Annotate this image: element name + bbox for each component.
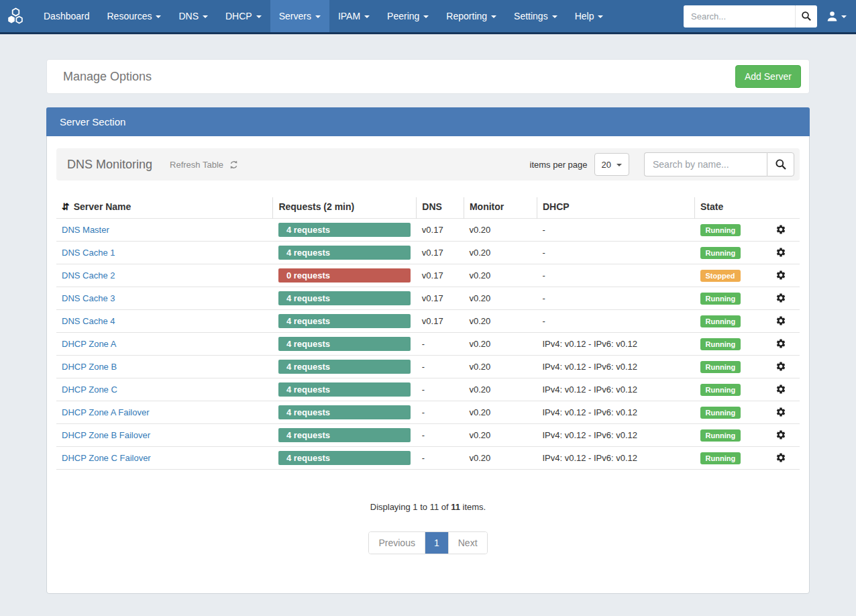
gear-icon bbox=[775, 384, 786, 395]
table-row: DHCP Zone A4 requests-v0.20IPv4: v0.12 -… bbox=[56, 333, 800, 356]
section-header: Server Section bbox=[46, 107, 810, 136]
table-row: DHCP Zone A Failover4 requests-v0.20IPv4… bbox=[56, 401, 800, 424]
server-name-link[interactable]: DHCP Zone B bbox=[62, 362, 117, 372]
settings-gear-button[interactable] bbox=[774, 451, 788, 464]
requests-bar: 4 requests bbox=[278, 382, 411, 397]
state-badge: Running bbox=[700, 429, 741, 442]
settings-gear-button[interactable] bbox=[774, 382, 788, 396]
chevron-down-icon bbox=[552, 15, 557, 18]
server-name-link[interactable]: DHCP Zone C bbox=[62, 384, 117, 395]
dns-version: v0.17 bbox=[417, 242, 464, 264]
server-name-link[interactable]: DNS Cache 4 bbox=[62, 316, 115, 326]
server-name-link[interactable]: DNS Cache 2 bbox=[62, 270, 115, 280]
gear-icon bbox=[775, 361, 786, 372]
dhcp-versions: IPv4: v0.12 - IPv6: v0.12 bbox=[537, 356, 694, 378]
dns-version: v0.17 bbox=[417, 287, 464, 310]
monitor-version: v0.20 bbox=[464, 242, 537, 264]
dns-version: - bbox=[417, 447, 464, 470]
pagination: Previous 1 Next bbox=[368, 531, 487, 554]
column-header-server-name[interactable]: ⇵Server Name bbox=[56, 197, 273, 219]
server-name-link[interactable]: DNS Master bbox=[62, 225, 109, 235]
items-per-page-label: items per page bbox=[530, 160, 588, 170]
pagination-previous[interactable]: Previous bbox=[369, 532, 424, 554]
state-badge: Running bbox=[700, 247, 741, 259]
search-icon bbox=[775, 158, 787, 170]
table-row: DHCP Zone B Failover4 requests-v0.20IPv4… bbox=[56, 424, 800, 447]
section-body: DNS Monitoring Refresh Table items per p… bbox=[47, 136, 809, 593]
refresh-table-link[interactable]: Refresh Table bbox=[170, 160, 239, 170]
dhcp-versions: IPv4: v0.12 - IPv6: v0.12 bbox=[537, 401, 694, 424]
nav-item-reporting[interactable]: Reporting bbox=[437, 0, 505, 32]
requests-bar: 4 requests bbox=[278, 405, 411, 419]
state-badge: Running bbox=[700, 224, 741, 236]
user-menu[interactable] bbox=[826, 11, 847, 22]
settings-gear-button[interactable] bbox=[774, 337, 788, 350]
dns-version: v0.17 bbox=[417, 219, 464, 242]
server-name-link[interactable]: DHCP Zone C Failover bbox=[62, 453, 151, 463]
server-name-link[interactable]: DHCP Zone A Failover bbox=[62, 407, 150, 417]
pagination-wrap: Previous 1 Next bbox=[56, 531, 800, 554]
nav-item-servers[interactable]: Servers bbox=[270, 0, 329, 32]
nav-item-peering[interactable]: Peering bbox=[378, 0, 437, 32]
gear-icon bbox=[775, 407, 786, 417]
search-icon bbox=[801, 11, 812, 21]
nav-item-dashboard[interactable]: Dashboard bbox=[35, 0, 99, 32]
table-search-input[interactable] bbox=[644, 152, 767, 176]
summary-prefix: Displaying 1 to 11 of bbox=[370, 502, 451, 512]
items-per-page-select[interactable]: 20 bbox=[594, 153, 629, 176]
dhcp-versions: - bbox=[537, 310, 694, 333]
table-row: DNS Cache 14 requestsv0.17v0.20-Running bbox=[56, 242, 800, 264]
gear-icon bbox=[775, 247, 786, 258]
server-name-link[interactable]: DHCP Zone B Failover bbox=[62, 430, 150, 440]
dns-version: v0.17 bbox=[417, 310, 464, 333]
summary-suffix: items. bbox=[460, 502, 486, 512]
settings-gear-button[interactable] bbox=[774, 360, 788, 373]
navbar-search-button[interactable] bbox=[795, 5, 817, 28]
monitor-version: v0.20 bbox=[464, 401, 537, 424]
nav-item-dns[interactable]: DNS bbox=[170, 0, 217, 32]
server-name-link[interactable]: DNS Cache 1 bbox=[62, 248, 115, 258]
state-badge: Running bbox=[700, 293, 741, 305]
nav-item-ipam[interactable]: IPAM bbox=[329, 0, 378, 32]
dhcp-versions: IPv4: v0.12 - IPv6: v0.12 bbox=[537, 333, 694, 356]
items-per-page-value: 20 bbox=[602, 160, 611, 170]
monitor-version: v0.20 bbox=[464, 264, 537, 287]
settings-gear-button[interactable] bbox=[774, 246, 788, 259]
chevron-down-icon bbox=[423, 15, 429, 18]
pagination-next[interactable]: Next bbox=[448, 532, 487, 554]
nav-item-settings[interactable]: Settings bbox=[505, 0, 566, 32]
state-badge: Stopped bbox=[700, 270, 741, 282]
pagination-page-1[interactable]: 1 bbox=[425, 532, 448, 554]
state-badge: Running bbox=[700, 384, 741, 396]
navbar-search-input[interactable] bbox=[684, 5, 795, 28]
requests-bar: 4 requests bbox=[278, 291, 411, 305]
server-name-link[interactable]: DNS Cache 3 bbox=[62, 293, 115, 303]
nav-item-help[interactable]: Help bbox=[566, 0, 612, 32]
settings-gear-button[interactable] bbox=[774, 223, 788, 236]
dns-version: - bbox=[417, 333, 464, 356]
settings-gear-button[interactable] bbox=[774, 291, 788, 305]
chevron-down-icon bbox=[617, 164, 622, 166]
table-header-row: ⇵Server Name Requests (2 min) DNS Monito… bbox=[56, 197, 800, 219]
state-badge: Running bbox=[700, 315, 741, 327]
add-server-button[interactable]: Add Server bbox=[735, 65, 801, 88]
requests-bar: 4 requests bbox=[278, 246, 411, 260]
servers-table: ⇵Server Name Requests (2 min) DNS Monito… bbox=[56, 197, 800, 470]
table-row: DNS Cache 44 requestsv0.17v0.20-Running bbox=[56, 310, 800, 333]
settings-gear-button[interactable] bbox=[774, 405, 788, 419]
dns-version: - bbox=[417, 356, 464, 378]
settings-gear-button[interactable] bbox=[774, 314, 788, 327]
app-logo[interactable] bbox=[4, 0, 35, 32]
column-header-dns: DNS bbox=[417, 197, 464, 219]
table-row: DHCP Zone C Failover4 requests-v0.20IPv4… bbox=[56, 447, 800, 470]
nav-item-dhcp[interactable]: DHCP bbox=[217, 0, 270, 32]
settings-gear-button[interactable] bbox=[774, 428, 788, 442]
table-row: DNS Cache 34 requestsv0.17v0.20-Running bbox=[56, 287, 800, 310]
requests-bar: 4 requests bbox=[278, 451, 411, 465]
server-name-link[interactable]: DHCP Zone A bbox=[62, 339, 116, 349]
nav-item-resources[interactable]: Resources bbox=[99, 0, 170, 32]
nav-item-label: Peering bbox=[387, 11, 419, 21]
settings-gear-button[interactable] bbox=[774, 268, 788, 282]
column-label: Server Name bbox=[74, 201, 131, 212]
table-search-button[interactable] bbox=[767, 152, 794, 176]
